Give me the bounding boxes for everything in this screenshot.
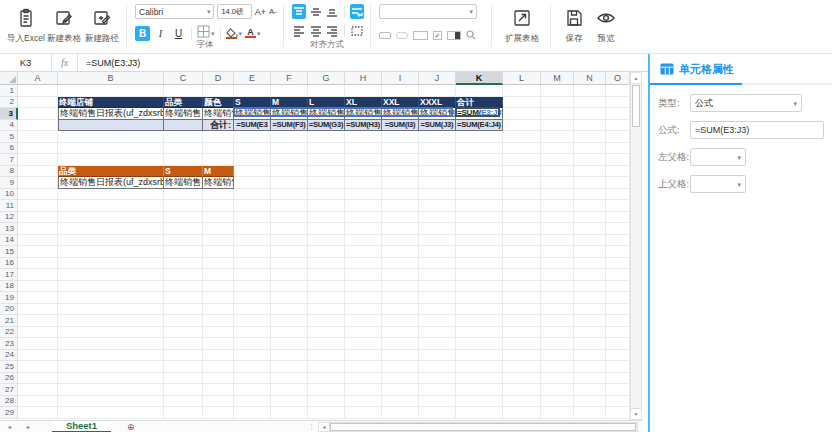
cell-I19[interactable] bbox=[382, 292, 419, 304]
column-header-I[interactable]: I bbox=[382, 72, 419, 85]
cell-B15[interactable] bbox=[58, 246, 164, 258]
cell-E1[interactable] bbox=[234, 85, 271, 97]
cell-D8[interactable]: M bbox=[203, 166, 234, 178]
cell-A7[interactable] bbox=[18, 154, 58, 166]
cell-N5[interactable] bbox=[574, 131, 606, 143]
cell-F12[interactable] bbox=[271, 212, 308, 224]
scroll-down-icon[interactable]: ▼ bbox=[631, 408, 641, 419]
cell-O24[interactable] bbox=[606, 350, 630, 362]
cell-I15[interactable] bbox=[382, 246, 419, 258]
cell-D11[interactable] bbox=[203, 200, 234, 212]
cell-M10[interactable] bbox=[541, 189, 574, 201]
cell-L5[interactable] bbox=[503, 131, 541, 143]
cell-B19[interactable] bbox=[58, 292, 164, 304]
cell-F6[interactable] bbox=[271, 143, 308, 155]
cell-K12[interactable] bbox=[456, 212, 503, 224]
cell-D29[interactable] bbox=[203, 407, 234, 419]
cell-H23[interactable] bbox=[345, 338, 382, 350]
cell-K22[interactable] bbox=[456, 327, 503, 339]
row-header-22[interactable]: 22 bbox=[0, 327, 18, 339]
cell-J17[interactable] bbox=[419, 269, 456, 281]
cell-M29[interactable] bbox=[541, 407, 574, 419]
cell-G27[interactable] bbox=[308, 384, 345, 396]
cell-G4[interactable]: =SUM(G3) bbox=[308, 120, 345, 132]
row-header-20[interactable]: 20 bbox=[0, 304, 18, 316]
cell-B2[interactable]: 终端店铺 bbox=[58, 97, 164, 109]
cell-O14[interactable] bbox=[606, 235, 630, 247]
cell-L16[interactable] bbox=[503, 258, 541, 270]
cell-K14[interactable] bbox=[456, 235, 503, 247]
cell-K1[interactable] bbox=[456, 85, 503, 97]
cell-H28[interactable] bbox=[345, 396, 382, 408]
cell-F26[interactable] bbox=[271, 373, 308, 385]
cell-M9[interactable] bbox=[541, 177, 574, 189]
cell-N20[interactable] bbox=[574, 304, 606, 316]
left-parent-select[interactable]: ▾ bbox=[690, 148, 746, 166]
cell-O1[interactable] bbox=[606, 85, 630, 97]
cell-C13[interactable] bbox=[164, 223, 203, 235]
cell-L17[interactable] bbox=[503, 269, 541, 281]
cell-D4[interactable]: 合计: bbox=[203, 120, 234, 132]
cell-M26[interactable] bbox=[541, 373, 574, 385]
cell-F10[interactable] bbox=[271, 189, 308, 201]
cell-C24[interactable] bbox=[164, 350, 203, 362]
cell-F19[interactable] bbox=[271, 292, 308, 304]
row-header-15[interactable]: 15 bbox=[0, 246, 18, 258]
cell-N13[interactable] bbox=[574, 223, 606, 235]
wrap-text-button[interactable] bbox=[350, 4, 364, 19]
cell-K23[interactable] bbox=[456, 338, 503, 350]
cell-C2[interactable]: 品类 bbox=[164, 97, 203, 109]
cell-C3[interactable]: 终端销售 bbox=[164, 108, 203, 120]
preview-button[interactable]: 预览 bbox=[591, 3, 621, 53]
magnifier-icon[interactable] bbox=[466, 26, 476, 44]
cell-N15[interactable] bbox=[574, 246, 606, 258]
cell-F17[interactable] bbox=[271, 269, 308, 281]
vertical-scroll-thumb[interactable] bbox=[632, 85, 640, 127]
row-header-2[interactable]: 2 bbox=[0, 97, 18, 109]
cell-I24[interactable] bbox=[382, 350, 419, 362]
cell-I11[interactable] bbox=[382, 200, 419, 212]
cell-I8[interactable] bbox=[382, 166, 419, 178]
column-header-C[interactable]: C bbox=[164, 72, 203, 85]
cell-I10[interactable] bbox=[382, 189, 419, 201]
cell-C1[interactable] bbox=[164, 85, 203, 97]
cell-D13[interactable] bbox=[203, 223, 234, 235]
cell-A25[interactable] bbox=[18, 361, 58, 373]
cell-I16[interactable] bbox=[382, 258, 419, 270]
cell-D27[interactable] bbox=[203, 384, 234, 396]
cell-M14[interactable] bbox=[541, 235, 574, 247]
cell-O3[interactable] bbox=[606, 108, 630, 120]
cell-E13[interactable] bbox=[234, 223, 271, 235]
cell-A29[interactable] bbox=[18, 407, 58, 419]
cell-J28[interactable] bbox=[419, 396, 456, 408]
cell-M20[interactable] bbox=[541, 304, 574, 316]
row-header-11[interactable]: 11 bbox=[0, 200, 18, 212]
cell-B3[interactable]: 终端销售日报表(uf_zdxsrb bbox=[58, 108, 164, 120]
cell-H3[interactable]: 终端销售 bbox=[345, 108, 382, 120]
row-header-27[interactable]: 27 bbox=[0, 384, 18, 396]
cell-G15[interactable] bbox=[308, 246, 345, 258]
cell-L13[interactable] bbox=[503, 223, 541, 235]
cell-M4[interactable] bbox=[541, 120, 574, 132]
add-sheet-button[interactable]: ⊕ bbox=[127, 422, 135, 432]
cell-B10[interactable] bbox=[58, 189, 164, 201]
cell-J3[interactable]: 终端销售 bbox=[419, 108, 456, 120]
cell-D18[interactable] bbox=[203, 281, 234, 293]
cell-O27[interactable] bbox=[606, 384, 630, 396]
cell-O5[interactable] bbox=[606, 131, 630, 143]
fx-icon[interactable]: fx bbox=[52, 54, 78, 71]
cell-H17[interactable] bbox=[345, 269, 382, 281]
cell-D28[interactable] bbox=[203, 396, 234, 408]
cell-L3[interactable] bbox=[503, 108, 541, 120]
cell-M6[interactable] bbox=[541, 143, 574, 155]
font-size-select[interactable]: 14.0磅 bbox=[217, 4, 251, 19]
cell-F21[interactable] bbox=[271, 315, 308, 327]
cell-J29[interactable] bbox=[419, 407, 456, 419]
cell-J18[interactable] bbox=[419, 281, 456, 293]
cell-K4[interactable]: =SUM(E4:J4) bbox=[456, 120, 503, 132]
cell-N2[interactable] bbox=[574, 97, 606, 109]
merge-cells-button[interactable] bbox=[350, 23, 364, 38]
cell-M5[interactable] bbox=[541, 131, 574, 143]
name-box[interactable]: K3 bbox=[0, 54, 52, 71]
import-excel-button[interactable]: 导入Excel bbox=[8, 3, 44, 53]
